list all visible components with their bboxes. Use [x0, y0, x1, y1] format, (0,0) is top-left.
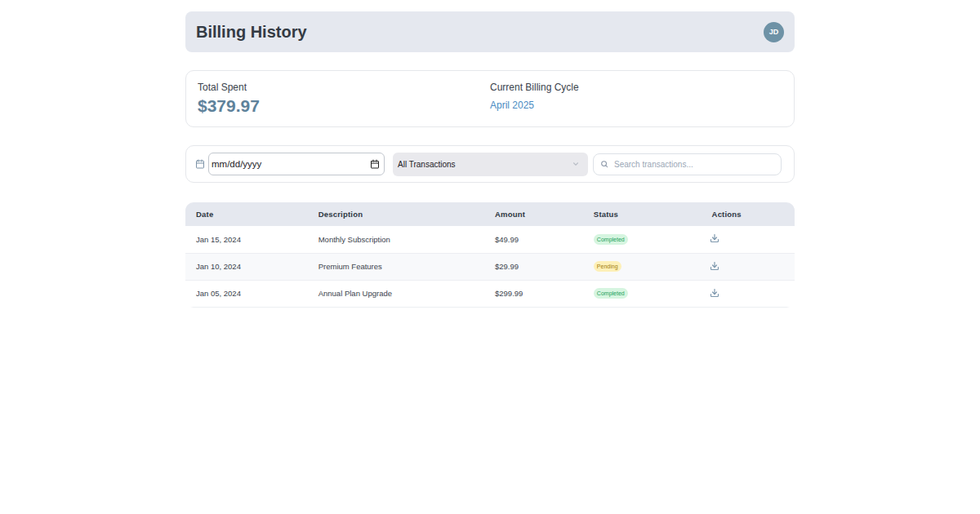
search-box: [593, 153, 782, 175]
page-header: Billing History JD: [185, 11, 795, 52]
summary-card: Total Spent $379.97 Current Billing Cycl…: [185, 70, 795, 127]
cell-date: Jan 05, 2024: [185, 280, 309, 307]
download-icon: [710, 261, 719, 271]
download-button[interactable]: [710, 261, 719, 271]
cell-amount: $49.99: [485, 226, 584, 253]
cell-amount: $299.99: [485, 280, 584, 307]
status-badge: Completed: [594, 288, 628, 299]
avatar[interactable]: JD: [764, 22, 784, 42]
chevron-down-icon: [572, 160, 580, 168]
transaction-filter-select[interactable]: All Transactions: [393, 153, 588, 176]
col-header-date: Date: [185, 202, 309, 226]
col-header-description: Description: [309, 202, 485, 226]
calendar-icon: [195, 159, 205, 169]
download-icon: [710, 288, 719, 298]
date-input-value: mm/dd/yyyy: [212, 159, 261, 169]
billing-cycle-value: April 2025: [490, 100, 782, 111]
filter-bar: mm/dd/yyyy All Transactions: [185, 145, 795, 183]
search-input[interactable]: [593, 153, 782, 175]
table-row: Jan 15, 2024 Monthly Subscription $49.99…: [185, 226, 795, 253]
total-spent-block: Total Spent $379.97: [198, 82, 490, 116]
transaction-filter-value: All Transactions: [398, 160, 456, 169]
total-spent-label: Total Spent: [198, 82, 490, 93]
billing-cycle-label: Current Billing Cycle: [490, 82, 782, 93]
cell-amount: $29.99: [485, 253, 584, 280]
col-header-amount: Amount: [485, 202, 584, 226]
table-row: Jan 10, 2024 Premium Features $29.99 Pen…: [185, 253, 795, 280]
billing-cycle-block: Current Billing Cycle April 2025: [490, 82, 782, 116]
cell-description: Monthly Subscription: [309, 226, 485, 253]
transactions-table: Date Description Amount Status Actions J…: [185, 202, 795, 308]
status-badge: Pending: [594, 261, 621, 272]
download-button[interactable]: [710, 288, 719, 298]
table-row: Jan 05, 2024 Annual Plan Upgrade $299.99…: [185, 280, 795, 307]
download-button[interactable]: [710, 233, 719, 243]
cell-description: Annual Plan Upgrade: [309, 280, 485, 307]
date-picker-icon[interactable]: [370, 159, 380, 169]
download-icon: [710, 233, 719, 243]
search-icon: [600, 160, 608, 168]
page-title: Billing History: [196, 23, 307, 42]
cell-description: Premium Features: [309, 253, 485, 280]
page-container: Billing History JD Total Spent $379.97 C…: [185, 0, 795, 308]
date-input[interactable]: mm/dd/yyyy: [208, 153, 385, 175]
cell-date: Jan 10, 2024: [185, 253, 309, 280]
total-spent-value: $379.97: [198, 96, 490, 116]
status-badge: Completed: [594, 234, 628, 245]
cell-date: Jan 15, 2024: [185, 226, 309, 253]
col-header-actions: Actions: [702, 202, 795, 226]
table-header-row: Date Description Amount Status Actions: [185, 202, 795, 226]
col-header-status: Status: [584, 202, 702, 226]
